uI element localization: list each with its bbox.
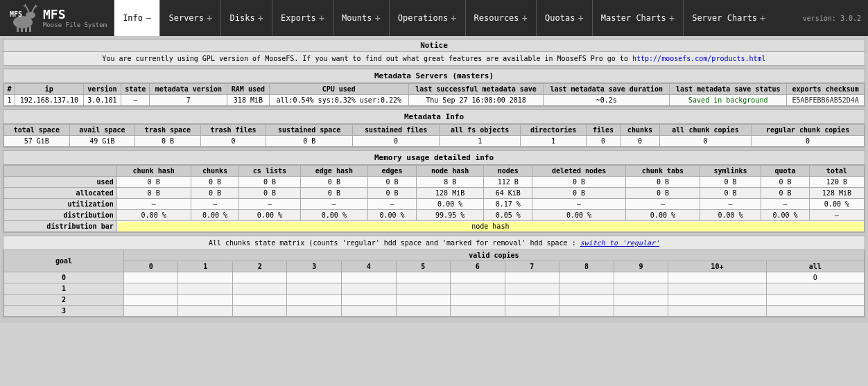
svg-rect-10 [21, 26, 23, 32]
nav-item-servers[interactable]: Servers+ [159, 0, 220, 36]
col-header: avail space [69, 125, 135, 136]
table-cell: 0.00 % [532, 210, 626, 221]
table-cell: 1 [4, 95, 15, 106]
table-cell: 0 B [300, 177, 368, 188]
table-cell: 318 MiB [227, 95, 270, 106]
table-cell: 0 B [761, 177, 810, 188]
table-cell [178, 306, 233, 317]
table-row: 2 [4, 295, 865, 306]
table-cell: 0 B [368, 177, 417, 188]
goal-cell: 1 [4, 283, 124, 295]
nav-item-operations[interactable]: Operations+ [389, 0, 465, 36]
table-cell [668, 272, 766, 283]
table-cell: – [116, 199, 191, 210]
table-cell: 1 [440, 136, 521, 147]
col-header: state [121, 84, 150, 95]
table-row: distribution0.00 %0.00 %0.00 %0.00 %0.00… [4, 210, 865, 221]
notice-link[interactable]: http://moosefs.com/products.html [632, 55, 766, 62]
table-cell [396, 283, 451, 295]
nav-label: Resources [474, 13, 519, 23]
table-cell: 0 B [368, 188, 417, 199]
goal-cell: 3 [4, 306, 124, 317]
table-cell: 112 B [484, 177, 532, 188]
table-cell [451, 306, 505, 317]
table-cell [123, 272, 178, 283]
memory-usage-table-wrap: chunk hashchunkscs listsedge hashedgesno… [3, 165, 865, 232]
table-cell [614, 295, 668, 306]
nav-item-server-charts[interactable]: Server Charts+ [683, 0, 774, 36]
nav-item-info[interactable]: Info− [114, 0, 159, 36]
table-cell [342, 272, 397, 283]
table-cell [614, 283, 668, 295]
nav-plus: + [319, 12, 324, 24]
nav-item-quotas[interactable]: Quotas+ [536, 0, 592, 36]
col-header: symlinks [700, 166, 761, 177]
table-cell [505, 306, 559, 317]
col-header: 1 [178, 261, 233, 272]
col-header: node hash [416, 166, 484, 177]
header: MFS MFS Moose File System Info−Servers+D… [0, 0, 868, 36]
chunk-matrix-table: goalvalid copies012345678910+all00123 [3, 249, 865, 317]
nav-plus: + [578, 12, 583, 24]
table-cell: 0 B [700, 177, 761, 188]
table-cell: 0 B [266, 136, 353, 147]
table-cell [766, 306, 864, 317]
table-cell [342, 283, 397, 295]
memory-usage-table: chunk hashchunkscs listsedge hashedgesno… [3, 165, 865, 232]
nav-item-exports[interactable]: Exports+ [272, 0, 333, 36]
table-cell: 0 B [116, 177, 191, 188]
col-header: all [766, 261, 864, 272]
table-cell: 0 B [761, 188, 810, 199]
table-cell: 0.00 % [809, 199, 864, 210]
goal-header: goal [4, 250, 124, 272]
col-header: sustained files [353, 125, 440, 136]
mem-row-label: utilization [4, 199, 117, 210]
table-cell [342, 295, 397, 306]
table-row: 1 [4, 283, 865, 295]
svg-point-2 [26, 12, 35, 19]
nav-item-resources[interactable]: Resources+ [465, 0, 536, 36]
nav-item-master-charts[interactable]: Master Charts+ [592, 0, 683, 36]
table-cell: 0 B [532, 188, 626, 199]
version-label: version: 3.0.2 [796, 0, 868, 36]
metadata-servers-table: #ipversionstatemetadata versionRAM usedC… [3, 83, 865, 106]
table-cell: – [368, 199, 417, 210]
table-cell [559, 295, 614, 306]
table-row: used0 B0 B0 B0 B0 B8 B112 B0 B0 B0 B0 B1… [4, 177, 865, 188]
table-cell: – [532, 199, 626, 210]
chunk-matrix-table-wrap: goalvalid copies012345678910+all00123 [3, 249, 865, 317]
nav-label: Mounts [342, 13, 372, 23]
table-cell [232, 272, 287, 283]
table-cell: 0 B [625, 188, 700, 199]
col-header: last successful metadata save [408, 84, 544, 95]
valid-copies-header: valid copies [123, 250, 864, 261]
col-header: chunk tabs [625, 166, 700, 177]
table-cell: 0 [659, 136, 751, 147]
metadata-servers-title: Metadata Servers (masters) [3, 69, 865, 83]
col-header: 5 [396, 261, 451, 272]
table-cell: 0 B [700, 188, 761, 199]
nav-label: Server Charts [692, 13, 757, 23]
table-cell: 0 B [191, 177, 239, 188]
nav-plus: − [146, 12, 151, 24]
metadata-servers-table-wrap: #ipversionstatemetadata versionRAM usedC… [3, 83, 865, 106]
table-row: distribution barnode hash [4, 221, 865, 232]
table-cell: 99.95 % [416, 210, 484, 221]
table-cell: 0 B [239, 177, 300, 188]
col-header: total [809, 166, 864, 177]
table-cell: 0 B [135, 136, 201, 147]
nav-item-disks[interactable]: Disks+ [220, 0, 272, 36]
table-cell: – [625, 199, 700, 210]
table-cell: 0 [586, 136, 620, 147]
table-cell: 1 [521, 136, 587, 147]
table-cell: 0.00 % [761, 210, 810, 221]
nav-item-mounts[interactable]: Mounts+ [333, 0, 389, 36]
table-cell: 0 [620, 136, 660, 147]
col-header: chunk hash [116, 166, 191, 177]
table-cell: 64 KiB [484, 188, 532, 199]
table-cell [232, 283, 287, 295]
col-header: deleted nodes [532, 166, 626, 177]
switch-regular-link[interactable]: switch to 'regular' [580, 239, 659, 247]
table-cell: – [121, 95, 150, 106]
table-cell: – [191, 199, 239, 210]
